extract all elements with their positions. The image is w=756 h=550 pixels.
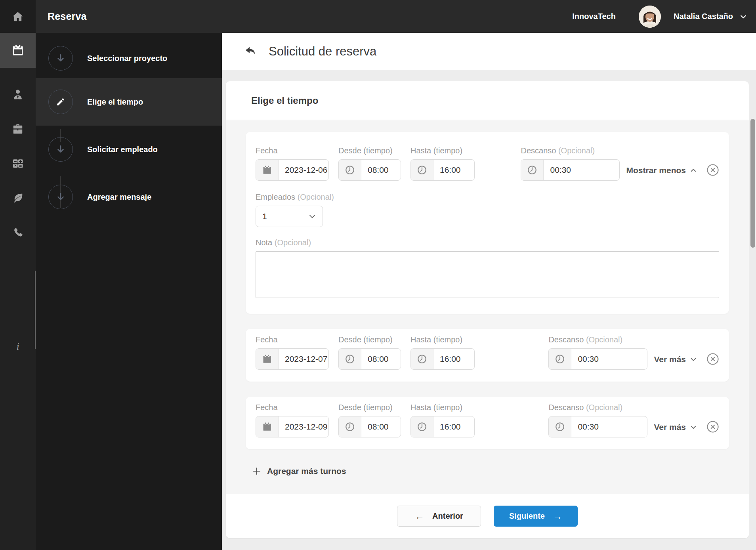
arrow-right-icon: → (553, 511, 562, 522)
remove-shift-button[interactable] (706, 164, 719, 176)
top-bar: Reserva InnovaTech Natalia Castaño (0, 0, 756, 33)
from-label: Desde (tiempo) (338, 146, 401, 155)
user-menu-chevron[interactable] (739, 13, 747, 21)
avatar[interactable] (639, 6, 661, 28)
date-field[interactable]: 2023-12-06 (256, 159, 329, 181)
employee-icon (12, 89, 24, 101)
reply-arrow-icon (244, 45, 257, 58)
date-label: Fecha (256, 146, 329, 155)
clock-icon (549, 349, 571, 369)
from-time-value: 08:00 (361, 349, 395, 369)
rail-scrollbar[interactable] (35, 271, 36, 349)
sidebar-item-contact[interactable] (0, 215, 36, 250)
add-more-shifts-button[interactable]: Agregar más turnos (252, 464, 729, 478)
sidebar-item-info[interactable]: i (0, 335, 36, 359)
to-time-field[interactable]: 16:00 (410, 416, 475, 437)
choose-time-section: Elige el tiempo Fecha 2023-12-06 (226, 81, 749, 538)
step-circle (48, 90, 73, 114)
date-label: Fecha (256, 335, 329, 344)
break-field[interactable]: 00:30 (548, 348, 647, 370)
from-time-field[interactable]: 08:00 (338, 348, 401, 370)
chevron-down-icon (308, 212, 316, 220)
briefcase-icon (12, 123, 24, 135)
toggle-label: Ver más (654, 422, 686, 432)
to-time-value: 16:00 (433, 416, 467, 437)
date-label: Fecha (256, 403, 329, 412)
sidebar-item-projects[interactable] (0, 112, 36, 147)
step-circle (48, 185, 73, 209)
date-field[interactable]: 2023-12-07 (256, 348, 329, 370)
shift-card-2: Fecha 2023-12-07 Desde (tiempo) (246, 329, 729, 382)
date-value: 2023-12-07 (279, 349, 329, 369)
clock-icon (411, 416, 433, 437)
arrow-down-icon (55, 192, 66, 202)
clock-icon (521, 160, 544, 180)
break-field[interactable]: 00:30 (548, 416, 647, 437)
clock-icon (411, 160, 433, 180)
page-header: Solicitud de reserva (222, 33, 756, 70)
break-field[interactable]: 00:30 (521, 159, 620, 181)
from-time-field[interactable]: 08:00 (338, 159, 401, 181)
home-icon (12, 11, 24, 23)
remove-shift-button[interactable] (706, 353, 719, 365)
from-time-value: 08:00 (361, 160, 395, 180)
shift-card-1: Fecha 2023-12-06 Desde (tiempo) (246, 132, 729, 314)
employees-value: 1 (262, 212, 267, 221)
optional-label: (Opcional) (275, 238, 311, 247)
home-nav[interactable] (0, 0, 36, 33)
chevron-down-icon (690, 356, 697, 363)
previous-label: Anterior (432, 512, 463, 521)
to-time-field[interactable]: 16:00 (410, 159, 475, 181)
next-button[interactable]: Siguiente → (494, 506, 578, 527)
step-add-message[interactable]: Agregar mensaje (36, 173, 222, 221)
arrow-down-icon (55, 53, 66, 63)
to-label: Hasta (tiempo) (410, 335, 475, 344)
info-icon: i (16, 341, 19, 353)
close-circle-icon (706, 353, 719, 365)
break-value: 00:30 (544, 160, 577, 180)
from-time-field[interactable]: 08:00 (338, 416, 401, 437)
calculator-icon (11, 157, 24, 170)
step-label: Agregar mensaje (87, 193, 151, 202)
clock-icon (411, 349, 433, 369)
note-textarea[interactable] (256, 251, 719, 298)
date-field[interactable]: 2023-12-09 (256, 416, 329, 437)
optional-label: (Opcional) (586, 403, 622, 412)
sidebar-item-calculator[interactable] (0, 146, 36, 181)
clock-icon (339, 416, 361, 437)
date-value: 2023-12-09 (279, 416, 329, 437)
step-select-project[interactable]: Seleccionar proyecto (36, 34, 222, 82)
scrollbar-thumb[interactable] (750, 119, 755, 248)
break-value: 00:30 (571, 349, 605, 369)
employees-label: Empleados (256, 193, 295, 201)
toggle-label: Mostrar menos (626, 166, 686, 175)
show-more-toggle[interactable]: Ver más (654, 355, 697, 364)
step-label: Solicitar empleado (87, 145, 158, 154)
calendar-icon (256, 160, 279, 180)
previous-button[interactable]: ← Anterior (397, 506, 481, 527)
show-less-toggle[interactable]: Mostrar menos (626, 166, 697, 175)
break-label: Descanso (548, 335, 584, 344)
step-request-employee[interactable]: Solicitar empleado (36, 126, 222, 173)
section-header: Elige el tiempo (226, 81, 749, 120)
sidebar-item-calendar[interactable] (0, 33, 36, 68)
step-label: Elige el tiempo (87, 97, 143, 107)
sidebar-item-notes[interactable] (0, 181, 36, 216)
step-circle (48, 137, 73, 162)
shift-card-3: Fecha 2023-12-09 Desde (tiempo) (246, 397, 729, 449)
to-time-field[interactable]: 16:00 (410, 348, 475, 370)
employees-select[interactable]: 1 (256, 206, 323, 227)
chevron-up-icon (690, 167, 697, 174)
remove-shift-button[interactable] (706, 420, 719, 433)
show-more-toggle[interactable]: Ver más (654, 422, 697, 432)
step-choose-time[interactable]: Elige el tiempo (36, 78, 222, 126)
to-time-value: 16:00 (433, 349, 467, 369)
back-button[interactable] (242, 44, 258, 59)
sidebar-item-employees[interactable] (0, 77, 36, 112)
user-name: Natalia Castaño (674, 12, 733, 21)
stepper-panel: Seleccionar proyecto Elige el tiempo Sol… (36, 33, 222, 550)
chevron-down-icon (690, 424, 697, 431)
page-title: Solicitud de reserva (269, 44, 376, 59)
icon-rail: i (0, 33, 36, 550)
calendar-icon (256, 416, 279, 437)
